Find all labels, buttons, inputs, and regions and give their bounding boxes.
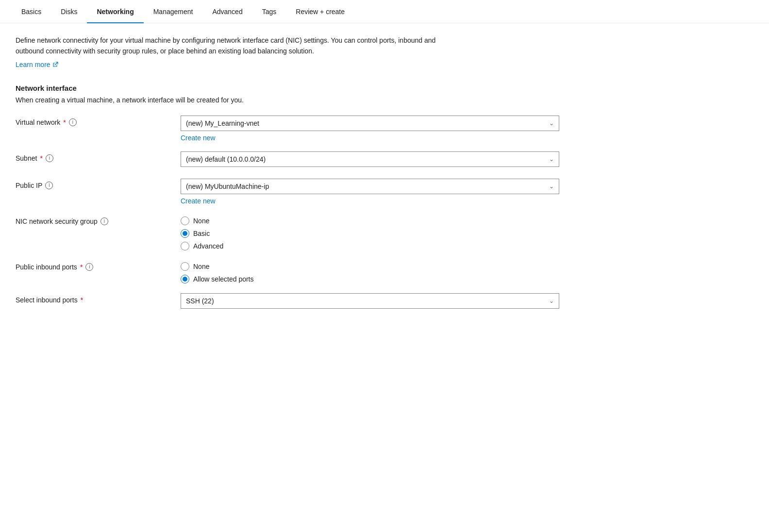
nic-nsg-basic-radio[interactable]: [181, 229, 189, 238]
nic-nsg-advanced-label: Advanced: [193, 242, 223, 250]
virtual-network-control: (new) My_Learning-vnet ⌄ Create new: [181, 116, 559, 142]
nic-nsg-advanced-radio[interactable]: [181, 242, 189, 250]
public-ip-row: Public IP i (new) MyUbuntuMachine-ip ⌄ C…: [16, 179, 567, 205]
inbound-allow-radio[interactable]: [181, 275, 189, 283]
public-ip-value: (new) MyUbuntuMachine-ip: [186, 183, 269, 190]
public-inbound-ports-control: None Allow selected ports: [181, 260, 559, 283]
nic-nsg-none-label: None: [193, 217, 209, 225]
public-ip-control: (new) MyUbuntuMachine-ip ⌄ Create new: [181, 179, 559, 205]
nic-nsg-basic-option[interactable]: Basic: [181, 229, 559, 238]
virtual-network-dropdown[interactable]: (new) My_Learning-vnet ⌄: [181, 116, 559, 131]
subnet-label: Subnet * i: [16, 151, 181, 162]
learn-more-label: Learn more: [16, 61, 50, 68]
chevron-down-icon: ⌄: [549, 120, 554, 127]
public-ip-dropdown[interactable]: (new) MyUbuntuMachine-ip ⌄: [181, 179, 559, 194]
subnet-value: (new) default (10.0.0.0/24): [186, 155, 266, 163]
virtual-network-label: Virtual network * i: [16, 116, 181, 126]
subnet-row: Subnet * i (new) default (10.0.0.0/24) ⌄: [16, 151, 567, 169]
required-indicator: *: [80, 263, 83, 271]
virtual-network-row: Virtual network * i (new) My_Learning-vn…: [16, 116, 567, 142]
tab-management[interactable]: Management: [144, 0, 203, 23]
tab-tags[interactable]: Tags: [252, 0, 286, 23]
inbound-none-option[interactable]: None: [181, 262, 559, 271]
nic-nsg-info-icon[interactable]: i: [100, 217, 108, 225]
nic-nsg-basic-label: Basic: [193, 230, 210, 237]
learn-more-link[interactable]: Learn more: [16, 61, 58, 68]
tab-advanced[interactable]: Advanced: [202, 0, 252, 23]
tab-disks[interactable]: Disks: [51, 0, 87, 23]
nic-nsg-none-option[interactable]: None: [181, 216, 559, 225]
subnet-control: (new) default (10.0.0.0/24) ⌄: [181, 151, 559, 167]
nic-nsg-control: None Basic Advanced: [181, 215, 559, 250]
select-inbound-ports-row: Select inbound ports * SSH (22) ⌄: [16, 293, 567, 311]
chevron-down-icon: ⌄: [549, 298, 554, 304]
select-inbound-ports-value: SSH (22): [186, 297, 214, 305]
nic-nsg-label: NIC network security group i: [16, 215, 181, 225]
inbound-none-radio[interactable]: [181, 262, 189, 271]
nic-nsg-radio-group: None Basic Advanced: [181, 215, 559, 250]
required-indicator: *: [63, 118, 66, 126]
virtual-network-value: (new) My_Learning-vnet: [186, 119, 259, 127]
section-subtitle: When creating a virtual machine, a netwo…: [16, 96, 567, 104]
tab-review-create[interactable]: Review + create: [286, 0, 354, 23]
public-inbound-ports-label: Public inbound ports * i: [16, 260, 181, 271]
subnet-dropdown[interactable]: (new) default (10.0.0.0/24) ⌄: [181, 151, 559, 167]
main-content: Define network connectivity for your vir…: [0, 23, 583, 332]
public-inbound-ports-row: Public inbound ports * i None Allow sele…: [16, 260, 567, 283]
subnet-info-icon[interactable]: i: [46, 154, 53, 162]
required-indicator: *: [81, 296, 83, 304]
select-inbound-ports-dropdown[interactable]: SSH (22) ⌄: [181, 293, 559, 309]
virtual-network-info-icon[interactable]: i: [69, 118, 77, 126]
tab-basics[interactable]: Basics: [12, 0, 51, 23]
public-inbound-ports-info-icon[interactable]: i: [85, 263, 93, 271]
inbound-allow-option[interactable]: Allow selected ports: [181, 275, 559, 283]
chevron-down-icon: ⌄: [549, 183, 554, 190]
description-text: Define network connectivity for your vir…: [16, 35, 452, 57]
nic-nsg-advanced-option[interactable]: Advanced: [181, 242, 559, 250]
public-ip-label: Public IP i: [16, 179, 181, 189]
select-inbound-ports-control: SSH (22) ⌄: [181, 293, 559, 309]
virtual-network-create-new[interactable]: Create new: [181, 134, 216, 142]
external-link-icon: [52, 62, 58, 67]
inbound-none-label: None: [193, 263, 209, 270]
chevron-down-icon: ⌄: [549, 156, 554, 163]
nic-nsg-row: NIC network security group i None Basic …: [16, 215, 567, 250]
select-inbound-ports-label: Select inbound ports *: [16, 293, 181, 304]
tab-navigation: Basics Disks Networking Management Advan…: [0, 0, 769, 23]
required-indicator: *: [40, 154, 42, 162]
tab-networking[interactable]: Networking: [87, 0, 143, 23]
public-ip-create-new[interactable]: Create new: [181, 197, 216, 205]
nic-nsg-none-radio[interactable]: [181, 216, 189, 225]
public-inbound-ports-radio-group: None Allow selected ports: [181, 260, 559, 283]
section-title: Network interface: [16, 84, 567, 92]
public-ip-info-icon[interactable]: i: [45, 182, 53, 189]
radio-selected-indicator: [183, 231, 187, 236]
inbound-allow-label: Allow selected ports: [193, 275, 254, 283]
radio-selected-indicator: [183, 277, 187, 282]
